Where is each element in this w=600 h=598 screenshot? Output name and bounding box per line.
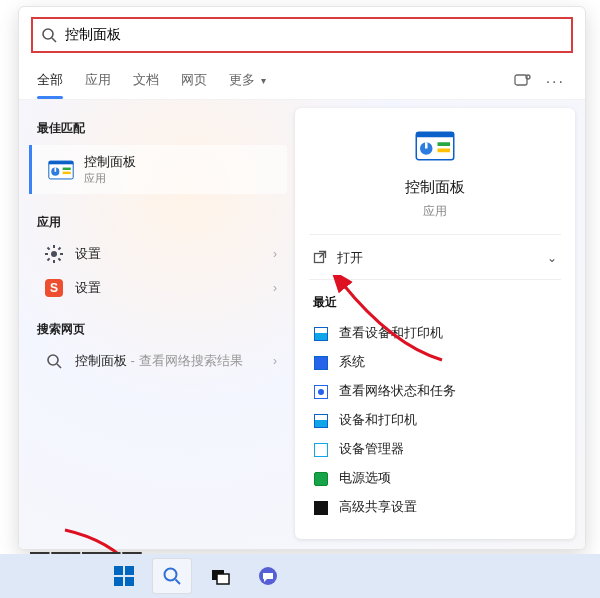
web-section-header: 搜索网页 — [29, 313, 287, 344]
chevron-right-icon: › — [273, 354, 277, 368]
recent-item-devices-printers[interactable]: 设备和打印机 — [309, 406, 561, 435]
taskbar[interactable] — [0, 554, 600, 598]
svg-point-18 — [48, 355, 58, 365]
details-panel: 控制面板 应用 打开 ⌄ 最近 查看设备和打印机 系统 — [295, 108, 575, 539]
tab-more-label: 更多 — [229, 72, 255, 87]
windows-logo-icon — [114, 566, 134, 586]
recent-item-network-status[interactable]: 查看网络状态和任务 — [309, 377, 561, 406]
recent-item-power-options[interactable]: 电源选项 — [309, 464, 561, 493]
chevron-down-icon[interactable]: ⌄ — [547, 251, 557, 265]
open-external-icon — [313, 250, 327, 267]
best-match-title: 控制面板 — [84, 153, 136, 171]
app-item-label: 设置 — [75, 279, 101, 297]
svg-line-17 — [58, 248, 60, 250]
svg-rect-23 — [438, 142, 451, 146]
search-results-window: 全部 应用 文档 网页 更多 ▾ ··· 最佳匹配 — [18, 6, 586, 550]
chevron-right-icon: › — [273, 247, 277, 261]
sogou-icon: S — [45, 279, 63, 297]
control-panel-icon — [48, 157, 74, 183]
printer-icon — [313, 413, 329, 429]
chevron-right-icon: › — [273, 281, 277, 295]
search-taskbar-button[interactable] — [152, 558, 192, 594]
tab-apps[interactable]: 应用 — [83, 65, 113, 99]
search-icon — [45, 352, 63, 370]
open-action[interactable]: 打开 ⌄ — [309, 235, 561, 280]
open-label: 打开 — [337, 249, 363, 267]
apps-section-header: 应用 — [29, 206, 287, 237]
chevron-down-icon: ▾ — [261, 75, 266, 86]
svg-rect-7 — [63, 167, 71, 169]
web-item-label: 控制面板 - 查看网络搜索结果 — [75, 352, 243, 370]
sharing-icon — [313, 500, 329, 516]
start-button[interactable] — [104, 558, 144, 594]
recent-item-label: 查看设备和打印机 — [339, 325, 443, 342]
chat-button[interactable] — [248, 558, 288, 594]
recent-item-label: 电源选项 — [339, 470, 391, 487]
tab-all[interactable]: 全部 — [35, 65, 65, 99]
app-item-label: 设置 — [75, 245, 101, 263]
recent-item-label: 高级共享设置 — [339, 499, 417, 516]
svg-line-27 — [176, 580, 181, 585]
svg-rect-21 — [416, 132, 454, 137]
svg-rect-24 — [438, 149, 451, 153]
web-search-item[interactable]: 控制面板 - 查看网络搜索结果 › — [29, 344, 287, 378]
best-match-item[interactable]: 控制面板 应用 — [29, 145, 287, 194]
svg-rect-29 — [217, 574, 229, 584]
filter-tabs: 全部 应用 文档 网页 更多 ▾ ··· — [19, 61, 585, 100]
svg-point-26 — [165, 569, 177, 581]
recent-item-device-manager[interactable]: 设备管理器 — [309, 435, 561, 464]
more-icon[interactable]: ··· — [546, 73, 565, 91]
account-icon[interactable] — [514, 73, 532, 91]
tab-documents[interactable]: 文档 — [131, 65, 161, 99]
svg-point-9 — [51, 251, 57, 257]
gear-icon — [45, 245, 63, 263]
tab-web[interactable]: 网页 — [179, 65, 209, 99]
search-input[interactable] — [65, 27, 563, 43]
search-icon — [41, 27, 57, 43]
svg-point-0 — [43, 29, 53, 39]
search-bar-container — [19, 7, 585, 61]
recent-item-advanced-sharing[interactable]: 高级共享设置 — [309, 493, 561, 522]
battery-icon — [313, 471, 329, 487]
results-content: 最佳匹配 控制面板 应用 应用 — [19, 100, 585, 549]
printer-icon — [313, 326, 329, 342]
recent-item-system[interactable]: 系统 — [309, 348, 561, 377]
recent-item-label: 查看网络状态和任务 — [339, 383, 456, 400]
recent-list: 查看设备和打印机 系统 查看网络状态和任务 设备和打印机 设备管理器 — [309, 319, 561, 522]
svg-line-19 — [57, 364, 61, 368]
app-item-sogou-settings[interactable]: S 设置 › — [29, 271, 287, 305]
best-match-header: 最佳匹配 — [29, 112, 287, 143]
tab-more[interactable]: 更多 ▾ — [227, 65, 268, 99]
chat-icon — [257, 565, 279, 587]
svg-line-15 — [58, 258, 60, 260]
svg-line-1 — [52, 38, 56, 42]
details-title: 控制面板 — [405, 178, 465, 197]
recent-item-label: 系统 — [339, 354, 365, 371]
app-item-settings[interactable]: 设置 › — [29, 237, 287, 271]
details-subtitle: 应用 — [423, 203, 447, 220]
svg-line-16 — [48, 258, 50, 260]
network-icon — [313, 384, 329, 400]
task-view-icon — [210, 566, 230, 586]
search-icon — [162, 566, 182, 586]
recent-item-devices-printers-view[interactable]: 查看设备和打印机 — [309, 319, 561, 348]
control-panel-icon — [415, 126, 455, 166]
svg-rect-5 — [49, 161, 73, 164]
task-view-button[interactable] — [200, 558, 240, 594]
monitor-icon — [313, 355, 329, 371]
svg-line-14 — [48, 248, 50, 250]
details-header: 控制面板 应用 — [309, 126, 561, 235]
recent-item-label: 设备管理器 — [339, 441, 404, 458]
device-manager-icon — [313, 442, 329, 458]
recent-label: 最近 — [309, 280, 561, 319]
best-match-subtitle: 应用 — [84, 171, 136, 186]
svg-rect-2 — [515, 75, 527, 85]
search-bar[interactable] — [31, 17, 573, 53]
results-left-column: 最佳匹配 控制面板 应用 应用 — [29, 108, 287, 539]
recent-item-label: 设备和打印机 — [339, 412, 417, 429]
svg-rect-8 — [63, 171, 71, 173]
svg-point-3 — [526, 75, 530, 79]
